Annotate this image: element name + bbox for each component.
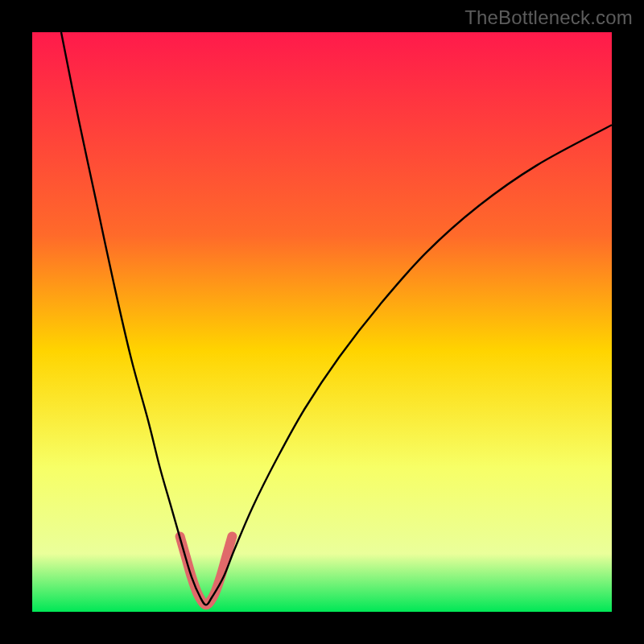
- chart-background: [32, 32, 612, 612]
- plot-area: [32, 32, 612, 612]
- chart-svg: [32, 32, 612, 612]
- watermark-text: TheBottleneck.com: [464, 6, 633, 29]
- chart-frame: TheBottleneck.com: [0, 0, 644, 644]
